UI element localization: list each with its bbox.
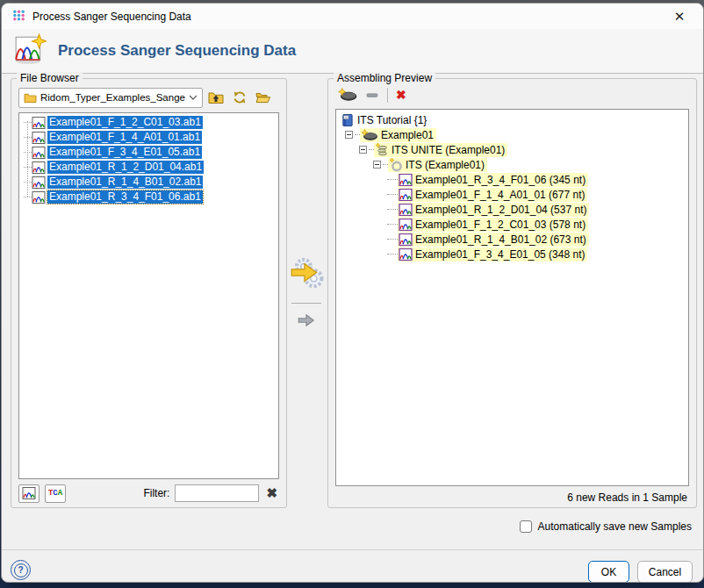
transfer-controls [285,78,327,506]
file-browser-toolbar: Ridom_Typer_Examples_Sanger_ITS/ [18,87,281,108]
chromatogram-file-icon [32,147,46,159]
read-chromatogram-icon [399,189,413,201]
file-item[interactable]: Example01_F_1_4_A01_01.ab1 [19,130,278,145]
tree-item-label: ITS Tutorial {1} [357,114,427,126]
status-text: 6 new Reads in 1 Sample [567,491,687,504]
process-selected-button[interactable] [288,255,325,294]
dialog-header: Process Sanger Sequencing Data [2,29,703,74]
new-sample-icon [337,88,358,102]
file-browser-footer: TCA Filter: ✖ [18,484,279,503]
tree-connector [387,179,398,180]
filter-input[interactable] [175,484,259,502]
read-chromatogram-icon [399,233,413,246]
collapse-toggle-icon[interactable] [345,131,353,139]
close-button[interactable]: ✕ [666,6,693,27]
collapse-toggle-icon[interactable] [359,146,367,154]
open-folder-button[interactable] [253,88,274,107]
assembling-preview-group-label: Assembling Preview [334,72,435,84]
tree-connector [27,121,28,197]
tree-connector [387,224,398,225]
tree-item-label: Example01_F_1_4_A01_01 (677 nt) [415,189,585,201]
tree-item-label: Example01_R_3_4_F01_06 (345 nt) [415,174,585,186]
collapse-toggle-icon[interactable] [373,161,381,169]
remove-button[interactable] [366,87,379,103]
folder-up-icon [208,90,224,104]
chromatogram-file-icon [32,191,46,204]
tree-item-label: Example01 [381,129,434,141]
chromatogram-file-icon [32,176,46,189]
cancel-button[interactable]: Cancel [637,561,693,583]
window-title: Process Sanger Sequencing Data [32,11,191,23]
autosave-checkbox[interactable] [520,520,532,533]
toolbar-separator [387,88,388,103]
minus-icon [366,89,379,102]
read-chromatogram-icon [399,174,413,186]
locus-ring-icon [389,158,403,172]
tree-connector [387,239,398,240]
file-item[interactable]: Example01_R_1_2_D01_04.ab1 [19,160,278,175]
chevron-down-icon [189,95,198,100]
tree-item-read[interactable]: Example01_R_1_2_D01_04 (537 nt) [336,202,688,217]
chromatogram-file-icon [32,132,46,144]
file-item-label: Example01_R_1_2_D01_04.ab1 [47,161,204,174]
assembling-preview-toolbar: ✖ [337,86,406,104]
tree-connector [387,209,398,210]
divider [291,303,321,304]
file-item[interactable]: Example01_R_3_4_F01_06.ab1 [19,190,278,204]
file-item-label: Example01_R_1_4_B01_02.ab1 [47,176,203,189]
clear-filter-button[interactable]: ✖ [264,485,279,501]
tree-item-read[interactable]: Example01_F_1_2_C01_03 (578 nt) [336,217,688,232]
tree-item-locus[interactable]: ITS (Example01) [336,157,688,172]
delete-button[interactable]: ✖ [396,87,406,103]
tree-item-label: Example01_F_1_2_C01_03 (578 nt) [415,219,585,231]
tree-item-label: Example01_F_3_4_E01_05 (348 nt) [415,248,585,261]
autosave-label: Automatically save new Samples [538,520,692,533]
chromatogram-file-icon [32,161,46,174]
file-item-label: Example01_R_3_4_F01_06.ab1 [47,190,203,204]
file-item[interactable]: Example01_R_1_4_B01_02.ab1 [19,175,278,190]
read-chromatogram-icon [399,219,413,231]
open-folder-icon [255,91,271,104]
tree-item-label: Example01_R_1_2_D01_04 (537 nt) [415,204,586,216]
folder-icon [24,92,37,103]
refresh-button[interactable] [229,88,250,107]
help-button[interactable]: ? [11,560,31,580]
tree-connector [387,254,398,255]
gray-arrow-icon [297,312,316,328]
sanger-chromatogram-icon [13,33,47,69]
assembling-preview-panel: Assembling Preview ✖ ITS Tutorial {1} Ex… [327,78,697,508]
question-mark-icon: ? [14,563,28,577]
autosave-row: Automatically save new Samples [520,520,692,533]
tree-item-sample[interactable]: Example01 [336,127,688,142]
file-list-items: Example01_F_1_2_C01_03.ab1 Example01_F_1… [19,115,278,204]
process-arrow-gears-icon [288,255,325,291]
tree-item-project[interactable]: ITS Tutorial {1} [336,112,688,127]
tree-item-read[interactable]: Example01_R_3_4_F01_06 (345 nt) [336,172,688,187]
read-chromatogram-icon [399,204,413,216]
file-item-label: Example01_F_1_2_C01_03.ab1 [47,116,203,129]
file-item[interactable]: Example01_F_3_4_E01_05.ab1 [19,145,278,160]
file-list[interactable]: Example01_F_1_2_C01_03.ab1 Example01_F_1… [18,112,279,479]
tree-item-read[interactable]: Example01_F_1_4_A01_01 (677 nt) [336,187,688,202]
add-unprocessed-button[interactable] [297,312,316,331]
tree-item-read[interactable]: Example01_F_3_4_E01_05 (348 nt) [336,247,688,262]
tree-item-read[interactable]: Example01_R_1_4_B01_02 (673 nt) [336,232,688,247]
chromatogram-view-toggle[interactable] [18,484,40,503]
footer-divider [2,549,703,550]
ok-button[interactable]: OK [588,561,629,583]
tree-connector [24,197,32,197]
tree-item-task[interactable]: ITS UNITE (Example01) [336,142,688,157]
tree-connector [387,194,398,195]
refresh-icon [233,90,247,104]
preview-tree[interactable]: ITS Tutorial {1} Example01 ITS UNITE (Ex… [335,109,689,486]
titlebar: Process Sanger Sequencing Data ✕ [2,4,703,29]
new-sample-button[interactable] [337,87,358,103]
file-browser-group-label: File Browser [17,72,83,84]
sequence-text-view-toggle[interactable]: TCA [45,484,66,503]
file-item[interactable]: Example01_F_1_2_C01_03.ab1 [19,115,278,130]
tree-item-label: ITS UNITE (Example01) [392,144,505,156]
tca-letters-icon: TCA [48,489,62,498]
folder-path-select[interactable]: Ridom_Typer_Examples_Sanger_ITS/ [18,88,203,108]
tree-item-label: ITS (Example01) [406,159,485,171]
folder-up-button[interactable] [205,88,226,107]
